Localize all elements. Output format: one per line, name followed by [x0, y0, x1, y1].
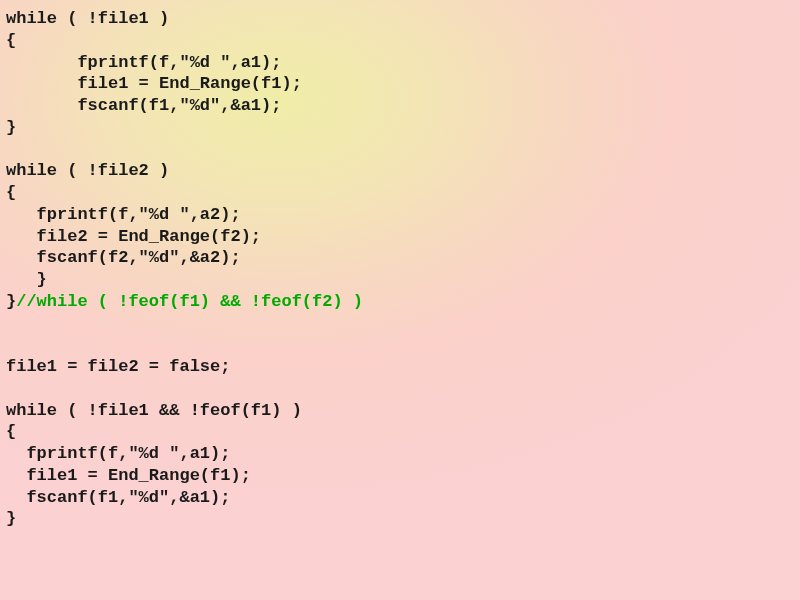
- code-line: [6, 378, 794, 400]
- code-line: [6, 334, 794, 356]
- code-line: }: [6, 117, 794, 139]
- code-line: while ( !file1 ): [6, 8, 794, 30]
- code-line: fscanf(f1,"%d",&a1);: [6, 95, 794, 117]
- code-line: file2 = End_Range(f2);: [6, 226, 794, 248]
- code-line: [6, 139, 794, 161]
- code-line: }: [6, 269, 794, 291]
- code-text: {: [6, 31, 16, 50]
- code-text: while ( !file2 ): [6, 161, 169, 180]
- code-text: file1 = End_Range(f1);: [6, 466, 251, 485]
- code-text: }: [6, 270, 47, 289]
- code-text: {: [6, 422, 16, 441]
- code-line: fprintf(f,"%d ",a1);: [6, 52, 794, 74]
- code-text: }: [6, 292, 16, 311]
- code-text: }: [6, 118, 16, 137]
- code-line: file1 = file2 = false;: [6, 356, 794, 378]
- code-text: {: [6, 183, 16, 202]
- code-text: while ( !file1 && !feof(f1) ): [6, 401, 302, 420]
- code-text: fscanf(f2,"%d",&a2);: [6, 248, 241, 267]
- code-line: fprintf(f,"%d ",a2);: [6, 204, 794, 226]
- code-text: fprintf(f,"%d ",a1);: [6, 53, 281, 72]
- code-text: fprintf(f,"%d ",a1);: [6, 444, 230, 463]
- code-text: while ( !file1 ): [6, 9, 169, 28]
- code-line: {: [6, 182, 794, 204]
- code-line: }: [6, 508, 794, 530]
- code-text: file2 = End_Range(f2);: [6, 227, 261, 246]
- code-text: file1 = End_Range(f1);: [6, 74, 302, 93]
- code-line: file1 = End_Range(f1);: [6, 73, 794, 95]
- code-line: fscanf(f1,"%d",&a1);: [6, 487, 794, 509]
- code-text: }: [6, 509, 16, 528]
- code-line: file1 = End_Range(f1);: [6, 465, 794, 487]
- code-comment: //while ( !feof(f1) && !feof(f2) ): [16, 292, 363, 311]
- code-line: fprintf(f,"%d ",a1);: [6, 443, 794, 465]
- code-text: file1 = file2 = false;: [6, 357, 230, 376]
- code-line: }//while ( !feof(f1) && !feof(f2) ): [6, 291, 794, 313]
- code-line: fscanf(f2,"%d",&a2);: [6, 247, 794, 269]
- code-line: [6, 313, 794, 335]
- code-text: fscanf(f1,"%d",&a1);: [6, 96, 281, 115]
- code-text: fprintf(f,"%d ",a2);: [6, 205, 241, 224]
- code-line: while ( !file2 ): [6, 160, 794, 182]
- code-text: fscanf(f1,"%d",&a1);: [6, 488, 230, 507]
- code-block: while ( !file1 ){ fprintf(f,"%d ",a1); f…: [0, 0, 800, 538]
- code-line: {: [6, 30, 794, 52]
- code-line: {: [6, 421, 794, 443]
- code-line: while ( !file1 && !feof(f1) ): [6, 400, 794, 422]
